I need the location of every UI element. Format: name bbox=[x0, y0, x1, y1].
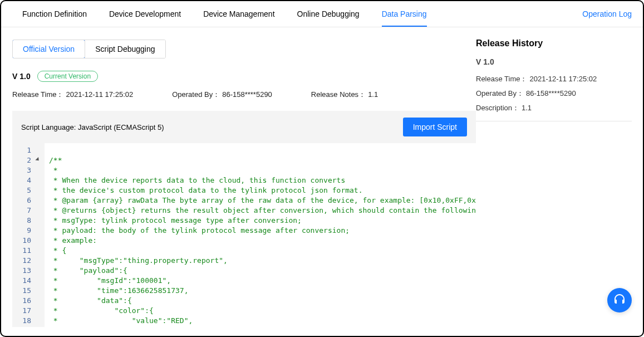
subtab-official-version[interactable]: Official Version bbox=[12, 40, 85, 58]
meta-row: Release Time2021-12-11 17:25:02 Operated… bbox=[12, 90, 476, 100]
line-gutter: 1234567891011121314151617181920 bbox=[12, 143, 45, 327]
history-version: V 1.0 bbox=[476, 57, 632, 66]
tab-data-parsing[interactable]: Data Parsing bbox=[372, 1, 437, 27]
import-script-button[interactable]: Import Script bbox=[403, 118, 467, 136]
script-bar: Script Language: JavaScript (ECMAScript … bbox=[12, 111, 476, 143]
history-operated-by: Operated By86-158****5290 bbox=[476, 89, 632, 99]
help-fab-button[interactable] bbox=[607, 288, 632, 312]
script-language-label: Script Language: JavaScript (ECMAScript … bbox=[21, 123, 164, 131]
history-release-time: Release Time2021-12-11 17:25:02 bbox=[476, 74, 632, 84]
tab-device-development[interactable]: Device Development bbox=[99, 1, 191, 27]
code-editor[interactable]: 1234567891011121314151617181920 /** * * … bbox=[12, 143, 476, 327]
history-divider bbox=[476, 121, 632, 121]
release-history-title: Release History bbox=[476, 38, 632, 48]
history-description: Description1.1 bbox=[476, 103, 632, 113]
release-history-panel: Release History V 1.0 Release Time2021-1… bbox=[476, 38, 632, 121]
subtabs: Official Version Script Debugging bbox=[12, 40, 166, 58]
code-content[interactable]: /** * * When the device reports data to … bbox=[45, 143, 476, 327]
headset-icon bbox=[613, 293, 626, 308]
tab-online-debugging[interactable]: Online Debugging bbox=[287, 1, 370, 27]
meta-operated-by: Operated By86-158****5290 bbox=[172, 90, 272, 100]
top-tabs: Function Definition Device Development D… bbox=[1, 1, 643, 27]
operation-log-link[interactable]: Operation Log bbox=[582, 9, 632, 18]
subtab-script-debugging[interactable]: Script Debugging bbox=[85, 40, 165, 58]
meta-release-time: Release Time2021-12-11 17:25:02 bbox=[12, 90, 133, 100]
version-label: V 1.0 bbox=[12, 72, 31, 81]
meta-release-notes: Release Notes1.1 bbox=[311, 90, 378, 100]
tab-device-management[interactable]: Device Management bbox=[193, 1, 284, 27]
current-version-badge: Current Version bbox=[37, 71, 98, 82]
version-row: V 1.0 Current Version bbox=[12, 71, 476, 82]
tab-function-definition[interactable]: Function Definition bbox=[12, 1, 97, 27]
